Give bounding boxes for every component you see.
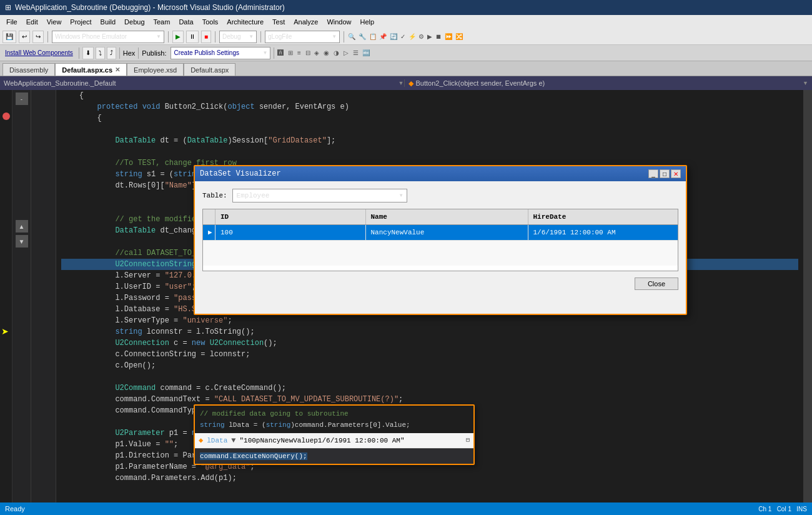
glogfile-arrow: ▼ bbox=[332, 34, 337, 39]
tooltip-line2: string lData = (string)command.Parameter… bbox=[200, 419, 468, 431]
breakpoint-gutter: ➤ bbox=[0, 90, 12, 502]
menu-tools[interactable]: Tools bbox=[199, 17, 222, 27]
menu-project[interactable]: Project bbox=[66, 17, 95, 27]
status-info: Ch 1 Col 1 INS bbox=[758, 506, 807, 512]
menu-debug[interactable]: Debug bbox=[121, 17, 148, 27]
step-out-btn[interactable]: ⤴ bbox=[107, 47, 116, 59]
code-editor[interactable]: { protected void Button2_Click(object se… bbox=[56, 90, 803, 502]
dialog-title: DataSet Visualizer bbox=[200, 168, 281, 179]
dialog-body: Table: Employee ▼ ID Name HireDate bbox=[195, 181, 686, 298]
tooltip-icon: ◆ bbox=[199, 435, 203, 446]
pause-button[interactable]: ⏸ bbox=[186, 31, 199, 43]
selected-code: command.ExecuteNonQuery(); bbox=[200, 452, 307, 460]
menu-data[interactable]: Data bbox=[175, 17, 197, 27]
code-line bbox=[61, 484, 798, 495]
tooltip-line1: // modified data going to subroutine bbox=[200, 408, 468, 419]
table-select-row: Table: Employee ▼ bbox=[202, 189, 678, 202]
dialog-close-button[interactable]: Close bbox=[635, 278, 678, 290]
code-line: { bbox=[61, 90, 798, 101]
undo-button[interactable]: ↩ bbox=[19, 31, 30, 43]
code-line: command.Parameters.Add(p1); bbox=[61, 472, 798, 484]
nav-bar: WebApplication_Subroutine._Default ▼ ◆ B… bbox=[0, 76, 812, 90]
menu-window[interactable]: Window bbox=[323, 17, 355, 27]
phone-emulator-dropdown[interactable]: Windows Phone Emulator ▼ bbox=[52, 31, 164, 43]
step-over-btn[interactable]: ⤵ bbox=[96, 47, 105, 59]
debug-config-dropdown[interactable]: Debug ▼ bbox=[219, 31, 257, 43]
tab-close-default-aspx-cs[interactable]: ✕ bbox=[115, 66, 120, 73]
publish-label: Publish: bbox=[142, 49, 166, 57]
separator-4 bbox=[260, 31, 261, 42]
code-line: command.CommandText = "CALL DATASET_TO_M… bbox=[61, 394, 798, 405]
collapse-all-icon[interactable]: - bbox=[16, 92, 28, 105]
menu-team[interactable]: Team bbox=[150, 17, 174, 27]
separator-1 bbox=[47, 31, 48, 42]
separator-7 bbox=[119, 48, 120, 59]
col-id: ID bbox=[215, 209, 366, 224]
hex-label: Hex bbox=[123, 49, 136, 57]
scroll-down-icon[interactable]: ▼ bbox=[16, 235, 28, 248]
table-dropdown[interactable]: Employee ▼ bbox=[232, 189, 407, 202]
run-button[interactable]: ▶ bbox=[172, 31, 184, 43]
code-line: protected void Button2_Click(object send… bbox=[61, 101, 798, 112]
code-line: c.ConnectionString = lconnstr; bbox=[61, 349, 798, 360]
save-button[interactable]: 💾 bbox=[2, 31, 16, 43]
breakpoint-indicator[interactable] bbox=[2, 112, 10, 120]
redo-button[interactable]: ↪ bbox=[32, 31, 44, 43]
menu-edit[interactable]: Edit bbox=[22, 17, 42, 27]
separator-8 bbox=[138, 48, 139, 59]
publish-settings-dropdown[interactable]: Create Publish Settings ▼ bbox=[171, 47, 270, 59]
install-web-components-btn[interactable]: Install Web Components bbox=[2, 47, 76, 59]
cell-name: NancyNewValue bbox=[366, 225, 528, 240]
col-hiredate: HireDate bbox=[528, 209, 678, 224]
code-line: { bbox=[61, 112, 798, 124]
toolbar-2: Install Web Components ⬇ ⤵ ⤴ Hex Publish… bbox=[0, 45, 812, 61]
dialog-minimize-btn[interactable]: _ bbox=[648, 169, 658, 178]
col-checkbox bbox=[203, 209, 215, 224]
tab-employee-xsd[interactable]: Employee.xsd bbox=[127, 63, 184, 76]
title-bar: ⊞ WebApplication_Subroutine (Debugging) … bbox=[0, 0, 812, 15]
toolbar-icons: 🔍 🔧 📋 📌 🔄 ✓ ⚡ ⚙ ▶ ⏹ ⏩ 🔀 bbox=[348, 33, 463, 40]
nav-right[interactable]: ◆ Button2_Click(object sender, EventArgs… bbox=[408, 79, 809, 88]
nav-right-arrow: ▼ bbox=[803, 80, 808, 86]
code-line bbox=[61, 495, 798, 502]
menu-analyze[interactable]: Analyze bbox=[290, 17, 322, 27]
line-numbers bbox=[31, 90, 56, 502]
code-line: U2Connection c = new U2Connection(); bbox=[61, 338, 798, 349]
menu-architecture[interactable]: Architecture bbox=[223, 17, 267, 27]
glogfile-dropdown[interactable]: gLogFile ▼ bbox=[265, 31, 340, 43]
menu-build[interactable]: Build bbox=[97, 17, 119, 27]
tab-default-aspx-cs[interactable]: Default.aspx.cs ✕ bbox=[55, 63, 127, 76]
code-line bbox=[61, 124, 798, 135]
table-label: Table: bbox=[202, 190, 227, 201]
separator-3 bbox=[215, 31, 215, 42]
menu-help[interactable]: Help bbox=[357, 17, 379, 27]
code-line: c.Open(); bbox=[61, 360, 798, 371]
separator-6 bbox=[79, 48, 79, 59]
debug-config-arrow: ▼ bbox=[249, 34, 254, 39]
tooltip-body: ◆ lData ▼ "100pNancyNewValuep1/6/1991 12… bbox=[195, 433, 473, 448]
dialog-titlebar: DataSet Visualizer _ □ ✕ bbox=[195, 166, 686, 181]
publish-arrow: ▼ bbox=[263, 50, 268, 56]
separator-2 bbox=[168, 31, 169, 42]
tooltip-expand[interactable]: ⊟ bbox=[466, 435, 470, 446]
toolbar-1: 💾 ↩ ↪ Windows Phone Emulator ▼ ▶ ⏸ ■ Deb… bbox=[0, 29, 812, 45]
dialog-restore-btn[interactable]: □ bbox=[660, 169, 670, 178]
dialog-close-btn[interactable]: ✕ bbox=[671, 169, 681, 178]
dataset-visualizer-dialog: DataSet Visualizer _ □ ✕ Table: Employee… bbox=[194, 165, 687, 315]
tooltip-dropdown[interactable]: ▼ bbox=[231, 435, 235, 446]
scroll-gutter[interactable] bbox=[803, 90, 812, 502]
stop-button[interactable]: ■ bbox=[201, 31, 211, 43]
code-line: U2Command command = c.CreateCommand(); bbox=[61, 382, 798, 394]
menu-view[interactable]: View bbox=[43, 17, 66, 27]
step-into-btn[interactable]: ⬇ bbox=[82, 47, 94, 59]
tab-default-aspx[interactable]: Default.aspx bbox=[184, 63, 235, 76]
menu-bar: File Edit View Project Build Debug Team … bbox=[0, 15, 812, 29]
nav-left[interactable]: WebApplication_Subroutine._Default ▼ bbox=[4, 79, 405, 87]
employee-data-grid: ID Name HireDate ▶ 100 NancyNewValue 1/6… bbox=[202, 209, 678, 271]
scroll-up-icon[interactable]: ▲ bbox=[16, 220, 28, 232]
menu-file[interactable]: File bbox=[2, 17, 21, 27]
table-row[interactable]: ▶ 100 NancyNewValue 1/6/1991 12:00:00 AM bbox=[203, 225, 678, 241]
main-layout: ⊞ WebApplication_Subroutine (Debugging) … bbox=[0, 0, 812, 515]
menu-test[interactable]: Test bbox=[269, 17, 289, 27]
tab-disassembly[interactable]: Disassembly bbox=[2, 63, 55, 76]
